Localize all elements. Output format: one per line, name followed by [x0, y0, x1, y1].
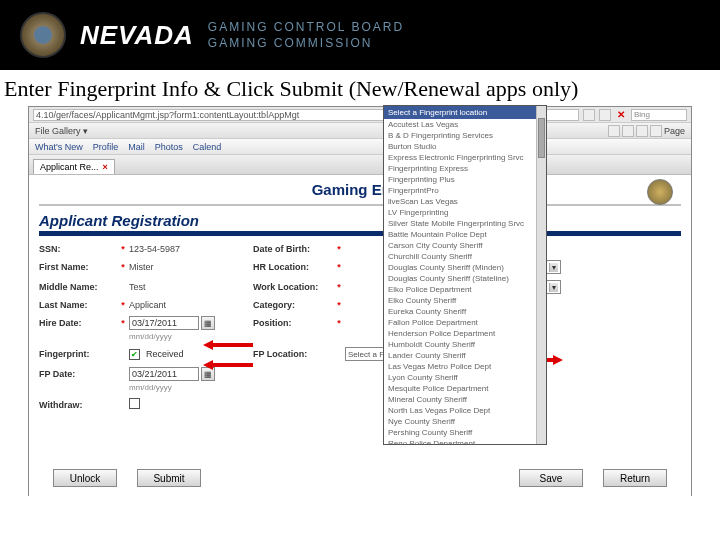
withdraw-checkbox[interactable] [129, 398, 140, 409]
refresh-icon[interactable] [583, 109, 595, 121]
banner-line1: GAMING CONTROL BOARD [208, 20, 404, 34]
home-icon[interactable] [608, 125, 620, 137]
app-content: Gaming Empl Applicant Registration SSN: … [29, 175, 691, 497]
first-value: Mister [129, 262, 229, 272]
dropdown-item[interactable]: Fingerprinting Plus [384, 174, 546, 185]
dropdown-item[interactable]: Lander County Sheriff [384, 350, 546, 361]
hr-label: HR Location: [253, 262, 333, 272]
dropdown-item[interactable]: Henderson Police Department [384, 328, 546, 339]
print-icon[interactable] [650, 125, 662, 137]
calendar-icon[interactable]: ▦ [201, 316, 215, 330]
dropdown-item[interactable]: Express Electronic Fingerprinting Srvc [384, 152, 546, 163]
work-label: Work Location: [253, 282, 333, 292]
banner-nevada: NEVADA [80, 20, 194, 51]
return-button[interactable]: Return [603, 469, 667, 487]
dropdown-item[interactable]: Fingerprinting Express [384, 163, 546, 174]
ssn-value: 123-54-5987 [129, 244, 229, 254]
page-tools[interactable]: Page [664, 126, 685, 136]
dropdown-item[interactable]: liveScan Las Vegas [384, 196, 546, 207]
submit-button[interactable]: Submit [137, 469, 201, 487]
dropdown-header: Select a Fingerprint location [384, 106, 546, 119]
menu-file[interactable]: File Gallery ▾ [35, 126, 88, 136]
dropdown-scrollbar[interactable] [536, 106, 546, 444]
registration-form: SSN: * 123-54-5987 Date of Birth: * A110… [39, 244, 681, 411]
header-divider [39, 204, 681, 206]
slide-banner: NEVADA GAMING CONTROL BOARD GAMING COMMI… [0, 0, 720, 70]
date-hint: mm/dd/yyyy [129, 383, 229, 392]
dropdown-item[interactable]: Lyon County Sheriff [384, 372, 546, 383]
fp-location-label: FP Location: [253, 349, 333, 359]
dropdown-item[interactable]: North Las Vegas Police Dept [384, 405, 546, 416]
dob-label: Date of Birth: [253, 244, 333, 254]
dropdown-item[interactable]: Mesquite Police Department [384, 383, 546, 394]
fp-date-field[interactable]: 03/21/2011 [129, 367, 199, 381]
page-title: Enter Fingerprint Info & Click Submit (N… [0, 70, 720, 106]
dropdown-item[interactable]: Elko County Sheriff [384, 295, 546, 306]
browser-tab[interactable]: Applicant Re... × [33, 159, 115, 174]
nav-icon[interactable] [599, 109, 611, 121]
embedded-screenshot: 4.10/ger/faces/ApplicantMgmt.jsp?form1:c… [28, 106, 692, 496]
search-engine-field[interactable]: Bing [631, 109, 687, 121]
dropdown-item[interactable]: B & D Fingerprinting Services [384, 130, 546, 141]
dropdown-item[interactable]: Reno Police Department [384, 438, 546, 445]
dropdown-item[interactable]: Fallon Police Department [384, 317, 546, 328]
dropdown-item[interactable]: Mineral County Sheriff [384, 394, 546, 405]
dropdown-item[interactable]: LV Fingerprinting [384, 207, 546, 218]
tab-label: Applicant Re... [40, 162, 99, 172]
toolbar-item[interactable]: Calend [193, 142, 222, 152]
fp-label: Fingerprint: [39, 349, 117, 359]
stop-icon[interactable]: ✕ [615, 109, 627, 120]
dropdown-item[interactable]: Douglas County Sheriff (Stateline) [384, 273, 546, 284]
hire-date-field[interactable]: 03/17/2011 [129, 316, 199, 330]
dropdown-item[interactable]: Accutest Las Vegas [384, 119, 546, 130]
callout-arrow-left-1 [203, 340, 253, 350]
received-cell: ✔ Received [129, 349, 229, 360]
unlock-button[interactable]: Unlock [53, 469, 117, 487]
dropdown-item[interactable]: Carson City County Sheriff [384, 240, 546, 251]
category-label: Category: [253, 300, 333, 310]
dropdown-item[interactable]: Nye County Sheriff [384, 416, 546, 427]
dropdown-item[interactable]: Humboldt County Sheriff [384, 339, 546, 350]
dropdown-item[interactable]: Silver State Mobile Fingerprinting Srvc [384, 218, 546, 229]
mail-icon[interactable] [636, 125, 648, 137]
withdraw-label: Withdraw: [39, 400, 117, 410]
position-label: Position: [253, 318, 333, 328]
save-button[interactable]: Save [519, 469, 583, 487]
ssn-label: SSN: [39, 244, 117, 254]
nevada-badge-icon [20, 12, 66, 58]
section-title: Applicant Registration [39, 210, 681, 231]
browser-url-bar: 4.10/ger/faces/ApplicantMgmt.jsp?form1:c… [29, 107, 691, 123]
fp-location-dropdown[interactable]: Select a Fingerprint location Accutest L… [383, 105, 547, 445]
toolbar-item[interactable]: Photos [155, 142, 183, 152]
received-label: Received [146, 349, 184, 359]
dropdown-item[interactable]: Churchill County Sheriff [384, 251, 546, 262]
callout-arrow-left-2 [203, 360, 253, 370]
dropdown-item[interactable]: Eureka County Sheriff [384, 306, 546, 317]
browser-menu-bar: File Gallery ▾ Page [29, 123, 691, 139]
dropdown-item[interactable]: Battle Mountain Police Dept [384, 229, 546, 240]
received-checkbox[interactable]: ✔ [129, 349, 140, 360]
toolbar-item[interactable]: What's New [35, 142, 83, 152]
action-button-bar: Unlock Submit Save Return [29, 469, 691, 487]
hire-label: Hire Date: [39, 318, 117, 328]
browser-tab-row: Applicant Re... × [29, 155, 691, 175]
dropdown-item[interactable]: Las Vegas Metro Police Dept [384, 361, 546, 372]
feed-icon[interactable] [622, 125, 634, 137]
dropdown-item[interactable]: Douglas County Sheriff (Minden) [384, 262, 546, 273]
first-label: First Name: [39, 262, 117, 272]
scrollbar-thumb[interactable] [538, 118, 545, 158]
dropdown-item[interactable]: Elko Police Department [384, 284, 546, 295]
middle-value: Test [129, 282, 229, 292]
dropdown-item[interactable]: FingerprintPro [384, 185, 546, 196]
middle-label: Middle Name: [39, 282, 117, 292]
site-toolbar: What's New Profile Mail Photos Calend [29, 139, 691, 155]
toolbar-item[interactable]: Mail [128, 142, 145, 152]
dropdown-item[interactable]: Burton Studio [384, 141, 546, 152]
fpdate-label: FP Date: [39, 369, 117, 379]
toolbar-item[interactable]: Profile [93, 142, 119, 152]
last-label: Last Name: [39, 300, 117, 310]
close-icon[interactable]: × [103, 162, 108, 172]
state-seal-icon [647, 179, 673, 205]
banner-line2: GAMING COMMISSION [208, 36, 404, 50]
dropdown-item[interactable]: Pershing County Sheriff [384, 427, 546, 438]
